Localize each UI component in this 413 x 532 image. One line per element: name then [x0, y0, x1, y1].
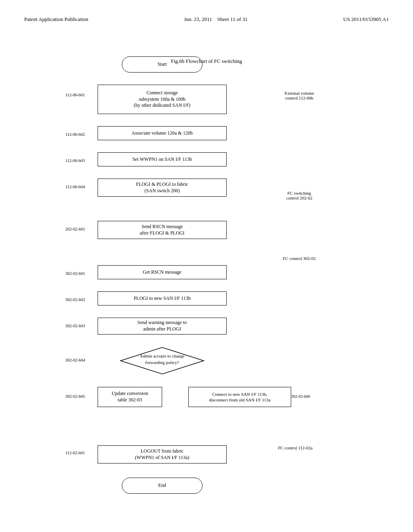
fc-switch-label: FC switching control 202-02: [271, 191, 327, 200]
node-12: LOGOUT from fabric (WWPN1 of SAN I/F 113…: [98, 445, 227, 463]
node-9-container: Admin accepts to change forwarding polic…: [120, 347, 204, 375]
node-1: Connect storage subsystem 100a & 100b (b…: [98, 85, 227, 114]
step-label-11: 302-02-b06: [291, 394, 310, 399]
step-label-8: 302-02-b03: [65, 324, 85, 328]
step-label-3: 112-06-b03: [65, 158, 85, 163]
header-right: US 2011/0153905 A1: [343, 16, 389, 23]
node-10: Update conversion table 302-03: [98, 387, 162, 407]
step-label-10: 302-02-b05: [65, 394, 85, 399]
diagram-area: Start 112-06-b01 Connect storage subsyst…: [24, 52, 389, 508]
step-label-12: 112-02-b01: [65, 451, 85, 455]
node-11: Connect to new SAN I/F 113b, disconnect …: [188, 387, 291, 407]
svg-text:Admin accepts to change: Admin accepts to change: [140, 353, 185, 358]
node-2: Associate volume 120a & 120b: [98, 126, 227, 140]
header-left: Patent Application Publication: [24, 16, 88, 23]
header-center: Jun. 23, 2011 Sheet 11 of 31: [184, 16, 248, 23]
step-label-6: 302-02-b01: [65, 271, 85, 276]
step-label-5: 202-02-b01: [65, 227, 85, 231]
node-6: Get RSCN message: [98, 265, 227, 279]
page: Patent Application Publication Jun. 23, …: [0, 0, 413, 532]
end-node: End: [122, 478, 202, 494]
node-8: Send warning message to admin after PLOG…: [98, 318, 227, 335]
step-label-2: 112-06-b02: [65, 132, 85, 137]
node-3: Set WWPN1 on SAN I/F 113b: [98, 152, 227, 166]
step-label-1: 112-06-b01: [65, 93, 85, 97]
fc-ctrl2-label: FC control 112-02a: [267, 445, 323, 450]
diagram-caption: Fig.6b Flowchart of FC switching: [33, 58, 380, 64]
fc-ctrl1-label: FC control 302-02: [271, 256, 327, 261]
step-label-4: 112-06-b04: [65, 185, 85, 189]
ext-vol-label: External volume control 112-06b: [271, 91, 327, 100]
svg-text:forwarding policy?: forwarding policy?: [145, 360, 179, 365]
step-label-9: 302-02-b04: [65, 358, 85, 362]
step-label-7: 302-02-b02: [65, 297, 85, 302]
node-5: Send RSCN message after FLOGI & PLOGI: [98, 221, 227, 239]
page-header: Patent Application Publication Jun. 23, …: [24, 16, 389, 23]
node-7: PLOGI to new SAN I/F 113b: [98, 291, 227, 305]
node-4: FLOGI & PLOGI to fabric (SAN switch 200): [98, 179, 227, 197]
